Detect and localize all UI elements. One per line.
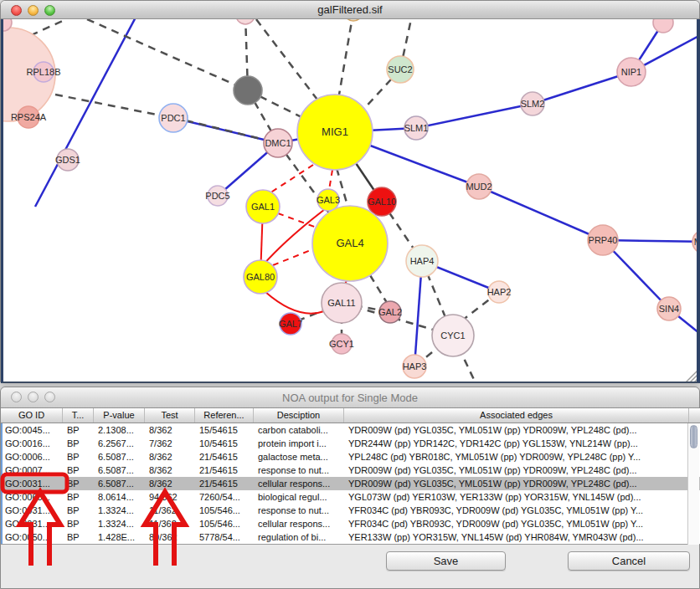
table-cell[interactable]: 6.2567... bbox=[94, 437, 145, 450]
table-cell[interactable]: 105/546... bbox=[195, 504, 254, 517]
table-cell[interactable]: 2.1308... bbox=[94, 423, 145, 437]
table-cell[interactable]: GO:0031... bbox=[1, 504, 63, 517]
table-cell[interactable]: protein import i... bbox=[254, 437, 344, 450]
table-cell[interactable]: 6.5087... bbox=[94, 450, 145, 464]
edge-pp[interactable] bbox=[479, 187, 603, 240]
edge-pp[interactable] bbox=[533, 72, 631, 104]
table-cell[interactable]: GO:0006... bbox=[1, 450, 63, 464]
edge-pd[interactable] bbox=[370, 275, 389, 305]
table-cell[interactable]: 15/54615 bbox=[195, 423, 254, 437]
table-cell[interactable]: YPL248C (pd) YBR018C, YML051W (pp) YDR00… bbox=[344, 450, 689, 464]
table-cell[interactable]: GO:0031... bbox=[1, 517, 63, 530]
edge-pd[interactable] bbox=[55, 95, 173, 118]
table-cell[interactable]: cellular respons... bbox=[254, 517, 344, 530]
table-cell[interactable]: 11/362 bbox=[145, 517, 195, 530]
table-cell[interactable]: 8/362 bbox=[145, 477, 195, 490]
table-cell[interactable]: 1.3324... bbox=[94, 517, 145, 530]
table-cell[interactable]: 6.5087... bbox=[94, 477, 145, 490]
table-cell[interactable]: BP bbox=[63, 477, 94, 490]
node-gray-node[interactable] bbox=[234, 76, 262, 105]
table-cell[interactable]: 21/54615 bbox=[195, 464, 254, 477]
table-cell[interactable]: 21/54615 bbox=[195, 477, 254, 490]
table-cell[interactable]: 8/362 bbox=[145, 423, 195, 437]
table-cell[interactable]: 8/362 bbox=[145, 450, 195, 464]
table-cell[interactable]: YER133W (pp) YOR315W, YNL145W (pd) YHR08… bbox=[344, 530, 689, 544]
table-cell[interactable]: 21/54615 bbox=[195, 450, 254, 464]
table-cell[interactable]: biological regul... bbox=[254, 490, 344, 504]
table-cell[interactable]: YDR009W (pd) YGL035C, YML051W (pp) YDR00… bbox=[344, 477, 689, 490]
column-header-goid[interactable]: GO ID bbox=[1, 408, 63, 423]
table-cell[interactable]: BP bbox=[63, 517, 94, 530]
edge-red-dash[interactable] bbox=[278, 213, 319, 228]
table-row[interactable]: GO:0050...BP1.428E...80/3625778/54...reg… bbox=[1, 530, 700, 544]
table-cell[interactable]: 7/362 bbox=[145, 437, 195, 450]
table-row[interactable]: GO:0045...BP2.1308...8/36215/54615carbon… bbox=[1, 423, 700, 437]
table-cell[interactable]: BP bbox=[63, 504, 94, 517]
table-cell[interactable]: BP bbox=[63, 450, 94, 464]
table-row[interactable]: GO:0031...BP1.3324...11/362105/546...res… bbox=[1, 504, 700, 517]
vertical-scrollbar[interactable] bbox=[687, 423, 699, 545]
table-cell[interactable]: 1.428E... bbox=[94, 530, 145, 544]
table-cell[interactable]: YFR034C (pd) YBR093C, YDR009W (pd) YGL03… bbox=[344, 504, 689, 517]
edge-red[interactable] bbox=[265, 292, 324, 314]
table-cell[interactable]: BP bbox=[63, 490, 94, 504]
table-cell[interactable]: BP bbox=[63, 423, 94, 437]
save-button[interactable]: Save bbox=[386, 551, 506, 571]
cancel-button[interactable]: Cancel bbox=[568, 551, 690, 571]
edge-pp[interactable] bbox=[35, 19, 137, 207]
table-cell[interactable]: response to nut... bbox=[254, 464, 344, 477]
node-top-right-node[interactable] bbox=[653, 19, 673, 33]
table-row[interactable]: GO:0065...BP8.0614...94/3627260/54...bio… bbox=[1, 490, 700, 504]
table-row[interactable]: GO:0016...BP6.2567...7/36210/54615protei… bbox=[1, 437, 700, 450]
table-cell[interactable]: GO:0007... bbox=[1, 464, 63, 477]
table-cell[interactable]: BP bbox=[63, 464, 94, 477]
scrollbar-thumb[interactable] bbox=[690, 425, 697, 448]
column-header-associatededges[interactable]: Associated edges bbox=[344, 408, 689, 423]
noa-window-titlebar[interactable]: NOA output for Single Mode bbox=[1, 387, 699, 408]
table-cell[interactable]: BP bbox=[63, 530, 94, 544]
column-header-referen[interactable]: Referen... bbox=[195, 408, 254, 423]
table-cell[interactable]: 7260/54... bbox=[195, 490, 254, 504]
table-cell[interactable]: 105/546... bbox=[195, 517, 254, 530]
edge-pp[interactable] bbox=[416, 104, 533, 128]
resize-grip-line[interactable] bbox=[694, 378, 698, 382]
table-cell[interactable]: YDR009W (pd) YGL035C, YML051W (pp) YDR00… bbox=[344, 423, 689, 437]
table-cell[interactable]: GO:0050... bbox=[1, 530, 63, 544]
table-cell[interactable]: 6.5087... bbox=[94, 464, 145, 477]
table-cell[interactable]: 10/54615 bbox=[195, 437, 254, 450]
table-cell[interactable]: YDR009W (pd) YGL035C, YML051W (pp) YDR00… bbox=[344, 464, 689, 477]
table-row[interactable]: GO:0031...BP1.3324...11/362105/546...cel… bbox=[1, 517, 700, 530]
column-header-test[interactable]: Test bbox=[145, 408, 195, 423]
column-header-pvalue[interactable]: P-value bbox=[94, 408, 145, 423]
table-row[interactable]: GO:0007...BP6.5087...8/36221/54615respon… bbox=[1, 464, 700, 477]
edge-red-dash[interactable] bbox=[270, 165, 313, 193]
edge-pd[interactable] bbox=[87, 19, 248, 90]
table-cell[interactable]: carbon cataboli... bbox=[254, 423, 344, 437]
table-cell[interactable]: GO:0016... bbox=[1, 437, 63, 450]
table-cell[interactable]: YDR244W (pp) YDR142C, YDR142C (pp) YGL15… bbox=[344, 437, 689, 450]
table-cell[interactable]: GO:0065... bbox=[1, 490, 63, 504]
node-top-center-node[interactable] bbox=[236, 19, 255, 24]
table-cell[interactable]: YFR034C (pd) YBR093C, YDR009W (pd) YGL03… bbox=[344, 517, 689, 530]
table-cell[interactable]: response to nut... bbox=[254, 504, 344, 517]
network-window-titlebar[interactable]: galFiltered.sif bbox=[1, 1, 699, 19]
resize-grip-line[interactable] bbox=[690, 374, 698, 382]
table-row[interactable]: GO:0006...BP6.5087...8/36221/54615galact… bbox=[1, 450, 700, 464]
edge-red-dash[interactable] bbox=[273, 248, 315, 265]
table-cell[interactable]: 11/362 bbox=[145, 504, 195, 517]
table-cell[interactable]: 94/362 bbox=[145, 490, 195, 504]
table-cell[interactable]: cellular respons... bbox=[254, 477, 344, 490]
network-canvas[interactable]: RPL18BRPS24AGDS1PDC1MIG1DMC1SUC2SLM1SLM2… bbox=[1, 19, 700, 383]
node-top-tan-node[interactable] bbox=[344, 19, 363, 21]
table-cell[interactable]: 8/362 bbox=[145, 464, 195, 477]
edge-pd[interactable] bbox=[256, 19, 320, 103]
table-cell[interactable]: 1.3324... bbox=[94, 504, 145, 517]
table-cell[interactable]: GO:0031... bbox=[1, 477, 63, 490]
table-cell[interactable]: 5778/54... bbox=[195, 530, 254, 544]
table-cell[interactable]: YGL073W (pd) YER103W, YER133W (pp) YOR31… bbox=[344, 490, 689, 504]
edge-red-dash[interactable] bbox=[329, 170, 332, 190]
table-cell[interactable]: GO:0045... bbox=[1, 423, 63, 437]
table-cell[interactable]: BP bbox=[63, 437, 94, 450]
table-row-selected[interactable]: GO:0031...BP6.5087...8/36221/54615cellul… bbox=[1, 477, 700, 490]
column-header-desciption[interactable]: Desciption bbox=[254, 408, 344, 423]
